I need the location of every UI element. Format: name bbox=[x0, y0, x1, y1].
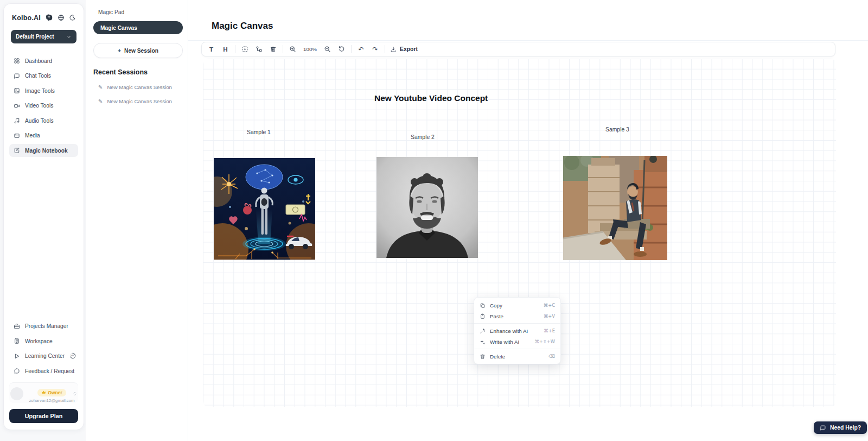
context-menu-item-copy[interactable]: Copy ⌘+C bbox=[474, 300, 560, 311]
context-menu-item-paste[interactable]: Paste ⌘+V bbox=[474, 311, 560, 322]
sidebar-item-label: Video Tools bbox=[25, 103, 53, 109]
sessions-panel: Magic Pad Magic Canvas + New Session Rec… bbox=[86, 0, 188, 441]
sample-1-label[interactable]: Sample 1 bbox=[247, 129, 271, 135]
redo-button[interactable]: ↷ bbox=[371, 45, 380, 54]
learning-progress-ring: 66% bbox=[69, 352, 76, 360]
sidebar-footer-nav: Projects Manager Workspace Learning Cent… bbox=[9, 320, 78, 378]
toolbar-divider bbox=[351, 45, 352, 53]
upgrade-plan-button[interactable]: Upgrade Plan bbox=[9, 409, 78, 423]
feedback-bubble-icon bbox=[14, 368, 20, 374]
heading-tool-button[interactable]: H bbox=[221, 45, 230, 54]
zoom-in-icon bbox=[289, 46, 296, 53]
need-help-label: Need Help? bbox=[830, 425, 861, 431]
new-session-label: New Session bbox=[124, 48, 158, 54]
need-help-button[interactable]: Need Help? bbox=[814, 421, 867, 434]
context-menu-item-enhance-with-ai[interactable]: Enhance with AI ⌘+E bbox=[474, 325, 560, 336]
sample-image-3[interactable] bbox=[563, 156, 667, 260]
app-root: Kolbo.AI Default Project Dashboard Chat … bbox=[0, 0, 868, 441]
main-area: Magic Canvas T H 100% bbox=[188, 0, 868, 441]
export-button[interactable]: Export bbox=[390, 46, 418, 53]
media-icon bbox=[14, 133, 20, 139]
connector-tool-button[interactable] bbox=[254, 45, 264, 54]
video-camera-icon bbox=[14, 103, 20, 109]
zoom-in-button[interactable] bbox=[288, 45, 297, 54]
toolbar-divider bbox=[385, 45, 385, 53]
image-icon bbox=[14, 87, 20, 94]
session-title: New Magic Canvas Session bbox=[107, 98, 171, 104]
context-menu-shortcut: ⌫ bbox=[548, 354, 555, 359]
sample-image-2[interactable] bbox=[376, 157, 478, 258]
sidebar-item-label: Image Tools bbox=[25, 88, 55, 94]
session-list-item[interactable]: ✎ New Magic Canvas Session bbox=[93, 84, 183, 90]
notebook-pen-icon bbox=[14, 147, 20, 154]
sidebar-item-projects-manager[interactable]: Projects Manager bbox=[9, 320, 78, 333]
sidebar-item-magic-notebook[interactable]: Magic Notebook bbox=[9, 144, 78, 157]
context-menu-label: Paste bbox=[490, 313, 503, 319]
sidebar-nav: Dashboard Chat Tools Image Tools Video T… bbox=[9, 54, 78, 157]
brand-logo-text: Kolbo.AI bbox=[12, 14, 41, 22]
music-note-icon bbox=[14, 117, 20, 124]
session-title: New Magic Canvas Session bbox=[107, 84, 171, 90]
delete-tool-button[interactable] bbox=[269, 45, 278, 54]
pencil-icon: ✎ bbox=[98, 84, 103, 90]
chevron-down-icon bbox=[66, 34, 72, 40]
project-selector[interactable]: Default Project bbox=[11, 30, 76, 43]
panel-item-magic-pad[interactable]: Magic Pad bbox=[93, 8, 183, 15]
svg-text:66%: 66% bbox=[71, 355, 74, 357]
canvas-heading-text[interactable]: New Youtube Video Concept bbox=[374, 93, 488, 103]
panel-item-magic-canvas[interactable]: Magic Canvas bbox=[93, 21, 183, 34]
plus-icon: + bbox=[118, 48, 121, 54]
user-email: zoharvan12@gmail.com bbox=[27, 398, 77, 403]
sidebar-item-chat-tools[interactable]: Chat Tools bbox=[9, 70, 78, 83]
help-chat-icon bbox=[820, 425, 826, 431]
chat-bubble-icon bbox=[14, 73, 20, 79]
context-menu-item-delete[interactable]: Delete ⌫ bbox=[474, 351, 560, 362]
sample-image-1[interactable] bbox=[214, 158, 315, 260]
sidebar-item-label: Magic Notebook bbox=[25, 148, 68, 154]
sample-2-label[interactable]: Sample 2 bbox=[411, 134, 435, 140]
rotate-icon bbox=[338, 46, 345, 53]
sidebar-item-label: Media bbox=[25, 133, 40, 138]
sample-3-label[interactable]: Sample 3 bbox=[605, 127, 629, 133]
sidebar-item-label: Feedback / Request bbox=[25, 368, 74, 374]
toolbar-divider bbox=[283, 45, 283, 53]
context-menu-shortcut: ⌘+V bbox=[544, 313, 555, 319]
dashboard-icon bbox=[14, 58, 20, 64]
paste-icon bbox=[480, 313, 486, 319]
user-meta: Owner zoharvan12@gmail.com bbox=[27, 387, 77, 403]
sidebar-item-image-tools[interactable]: Image Tools bbox=[9, 84, 78, 97]
sidebar-item-media[interactable]: Media bbox=[9, 129, 78, 142]
trash-icon bbox=[480, 354, 486, 360]
owner-badge: Owner bbox=[37, 389, 66, 396]
briefcase-icon bbox=[14, 323, 20, 330]
context-menu-label: Write with AI bbox=[490, 339, 519, 345]
sidebar-item-audio-tools[interactable]: Audio Tools bbox=[9, 114, 78, 127]
new-session-button[interactable]: + New Session bbox=[93, 43, 183, 58]
context-menu-item-write-with-ai[interactable]: Write with AI ⌘+⇧+W bbox=[474, 336, 560, 347]
download-icon bbox=[390, 46, 397, 53]
zoom-out-icon bbox=[324, 46, 331, 53]
user-account-card[interactable]: Owner zoharvan12@gmail.com bbox=[9, 382, 78, 403]
text-tool-button[interactable]: T bbox=[207, 45, 216, 54]
dark-mode-moon-icon[interactable] bbox=[69, 14, 76, 21]
context-menu-shortcut: ⌘+E bbox=[544, 328, 555, 333]
sidebar-item-video-tools[interactable]: Video Tools bbox=[9, 99, 78, 112]
canvas-toolbar: T H 100% ↶ ↷ bbox=[201, 42, 835, 56]
avatar bbox=[10, 387, 23, 400]
sidebar-item-workspace[interactable]: Workspace bbox=[9, 335, 78, 348]
language-globe-icon[interactable] bbox=[58, 14, 65, 21]
building-icon bbox=[14, 338, 20, 344]
reset-view-button[interactable] bbox=[337, 45, 346, 54]
sidebar-item-learning-center[interactable]: Learning Center 66% bbox=[9, 350, 78, 363]
undo-button[interactable]: ↶ bbox=[356, 45, 366, 54]
ai-select-tool-button[interactable] bbox=[240, 45, 250, 54]
sidebar-item-feedback-request[interactable]: Feedback / Request bbox=[9, 364, 78, 377]
sidebar-spacer bbox=[9, 157, 78, 309]
session-list-item[interactable]: ✎ New Magic Canvas Session bbox=[93, 98, 183, 104]
sidebar-item-dashboard[interactable]: Dashboard bbox=[9, 54, 78, 67]
header-divider bbox=[188, 40, 868, 41]
zoom-out-button[interactable] bbox=[323, 45, 332, 54]
ai-select-icon bbox=[241, 46, 248, 53]
sidebar-item-label: Projects Manager bbox=[25, 323, 68, 329]
pencil-icon: ✎ bbox=[98, 98, 103, 104]
